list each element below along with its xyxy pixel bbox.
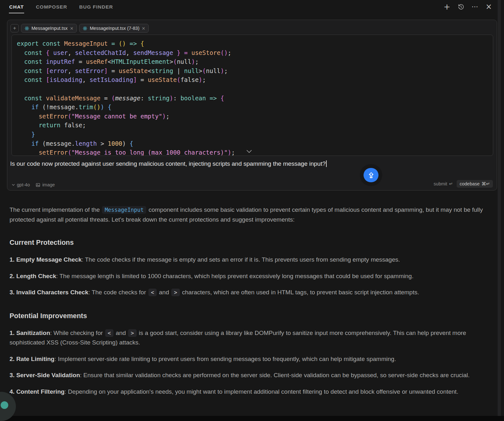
context-pill-label: MessageInput.tsx (31, 26, 68, 31)
upload-arrow-icon (367, 171, 375, 179)
section-heading: Potential Improvements (10, 312, 489, 320)
pill-close-icon[interactable]: × (142, 26, 146, 31)
assistant-response: The current implementation of the Messag… (10, 205, 489, 403)
list-item: 2. Rate Limiting: Implement server-side … (10, 354, 489, 364)
close-icon: × (486, 3, 492, 10)
composer-footer-left: gpt-4o image (12, 182, 55, 187)
code-line: return false; (17, 121, 488, 130)
image-icon (36, 183, 40, 187)
list-item: 2. Length Check: The message length is l… (10, 271, 489, 281)
plus-icon: + (444, 3, 450, 11)
codebase-label: codebase (460, 181, 480, 186)
code-line: const inputRef = useRef<HTMLInputElement… (17, 57, 488, 66)
history-icon (458, 3, 464, 10)
react-icon (83, 26, 87, 31)
inline-code: > (128, 329, 136, 337)
pill-close-icon[interactable]: × (70, 26, 74, 31)
text-caret (326, 160, 327, 167)
message-input-text[interactable]: Is our code now protected against user s… (10, 160, 480, 167)
code-line: if (message.length > 1000) { (17, 139, 488, 148)
tab-chat[interactable]: CHAT (9, 0, 24, 13)
tab-bug-finder[interactable]: BUG FINDER (79, 0, 113, 13)
submit-label: submit (434, 181, 447, 186)
code-line: const [error, setError] = useState<strin… (17, 66, 488, 76)
question-text: Is our code now protected against user s… (10, 160, 326, 167)
plus-icon: + (13, 25, 16, 31)
history-button[interactable] (458, 3, 464, 11)
list-item: 3. Invalid Characters Check: The code ch… (10, 288, 489, 297)
section-heading: Current Protections (10, 238, 489, 247)
code-line (17, 84, 488, 94)
code-snippet-block[interactable]: export const MessageInput = () => { cons… (11, 35, 493, 156)
panel-scrollbar[interactable] (498, 0, 501, 416)
list-item: 1. Empty Message Check: The code checks … (10, 255, 489, 264)
chevron-down-icon (246, 150, 252, 153)
list-item: 4. Content Filtering: Depending on your … (10, 387, 489, 397)
code-line: const [isLoading, setIsLoading] = useSta… (17, 75, 488, 84)
list-item: 3. Server-Side Validation: Ensure that s… (10, 371, 489, 380)
image-label: image (42, 182, 55, 187)
tab-bar: CHATCOMPOSERBUG FINDER (9, 0, 113, 13)
list-item: 1. Sanitization: While checking for < an… (10, 328, 489, 347)
expand-code-button[interactable] (245, 148, 253, 155)
model-selector[interactable]: gpt-4o (12, 182, 30, 187)
code-line: if (!message.trim()) { (17, 103, 488, 112)
model-name: gpt-4o (17, 182, 30, 187)
tab-composer[interactable]: COMPOSER (36, 0, 67, 13)
composer-footer-right: submit ↵ codebase ⌘↵ (434, 180, 493, 188)
send-button[interactable] (364, 168, 378, 182)
code-line: const { user, selectedChatId, sendMessag… (17, 48, 488, 57)
code-line: export const MessageInput = () => { (17, 39, 488, 48)
more-options-button[interactable]: ⋯ (472, 3, 478, 11)
inline-code: MessageInput (102, 206, 146, 214)
inline-code: < (148, 289, 157, 296)
code-line: } (17, 130, 488, 139)
attach-image-button[interactable]: image (36, 182, 55, 187)
add-context-button[interactable]: + (10, 24, 19, 32)
submit-button[interactable]: submit ↵ (434, 181, 453, 186)
header-actions: + ⋯ × (444, 2, 492, 11)
chat-composer: + MessageInput.tsx×MessageInput.tsx (7-8… (7, 20, 497, 190)
context-pills: + MessageInput.tsx×MessageInput.tsx (7-8… (10, 24, 149, 33)
context-pill-label: MessageInput.tsx (7-83) (90, 26, 139, 31)
recording-dot-icon (1, 401, 8, 409)
response-intro: The current implementation of the Messag… (10, 205, 489, 224)
code-line: const validateMessage = (message: string… (17, 94, 488, 103)
react-icon (24, 26, 29, 31)
codebase-submit-button[interactable]: codebase ⌘↵ (457, 180, 493, 188)
context-pill[interactable]: MessageInput.tsx (7-83)× (79, 24, 149, 33)
chevron-down-icon (12, 184, 15, 186)
bottom-edge (0, 416, 504, 421)
inline-code: < (105, 329, 113, 337)
close-panel-button[interactable]: × (486, 3, 492, 11)
new-chat-button[interactable]: + (444, 3, 450, 11)
return-key-icon: ↵ (449, 181, 453, 186)
cmd-return-key-icon: ⌘↵ (481, 181, 490, 186)
code-line: setError("Message cannot be empty"); (17, 112, 488, 121)
ellipsis-icon: ⋯ (472, 3, 478, 10)
inline-code: > (171, 289, 180, 296)
context-pill[interactable]: MessageInput.tsx× (21, 24, 77, 33)
code-content: export const MessageInput = () => { cons… (12, 35, 493, 156)
